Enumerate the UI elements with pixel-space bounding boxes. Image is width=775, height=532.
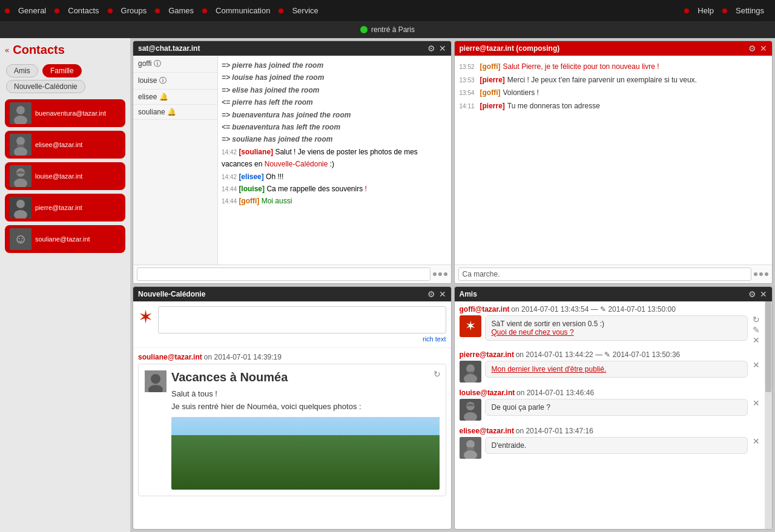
chat-msg-4: 14:44 [goffi] Moi aussi	[222, 195, 447, 207]
nav-games[interactable]: Games	[162, 4, 200, 18]
room-user-elisee[interactable]: elisee 🔔	[133, 90, 217, 105]
amis-bubble-row-goffi: ✶ SàT vient de sortir en version 0.5 :)Q…	[460, 315, 760, 344]
sys-msg-7: => souliane has joined the room	[222, 133, 447, 145]
room-user-louise[interactable]: louise ⓘ	[133, 73, 217, 90]
panel-nc-settings-icon[interactable]: ⚙	[427, 290, 435, 298]
amis-avatar-pierre	[460, 361, 481, 383]
pdot3	[765, 272, 768, 276]
nav-settings[interactable]: Settings	[730, 4, 770, 18]
amis-feed: goffi@tazar.int on 2014-07-01 13:43:54 —…	[455, 301, 765, 529]
amis-link-goffi[interactable]: Quoi de neuf chez vous ?	[492, 328, 574, 337]
amis-edit-goffi[interactable]: ✎	[753, 326, 760, 334]
amis-actions-goffi: ↻ ✎ ✕	[753, 315, 760, 344]
dot2	[438, 272, 442, 276]
svg-point-24	[466, 440, 475, 448]
amis-bubble-row-louise: De quoi ça parle ? ✕	[460, 399, 760, 421]
panel-pierre-close-icon[interactable]: ✕	[760, 44, 767, 53]
nc-compose-area: ✶ rich text	[133, 301, 451, 348]
panel-sat-input[interactable]	[137, 268, 430, 281]
nav-general[interactable]: General	[12, 4, 52, 18]
service-nav-dot	[279, 8, 283, 13]
amis-bubble-louise: De quoi ça parle ?	[485, 399, 748, 416]
amis-user-louise[interactable]: louise@tazar.int	[460, 389, 515, 397]
panel-pierre-messages: 13:52 [goffi] Salut Pierre, je te félici…	[455, 56, 773, 264]
games-nav-dot	[155, 8, 160, 13]
pm-msg-1: 13:52 [goffi] Salut Pierre, je te félici…	[460, 61, 768, 74]
nav-contacts[interactable]: Contacts	[62, 4, 105, 18]
contact-name-louise: louise@tazar.int	[35, 172, 82, 180]
amis-entry-louise: louise@tazar.int on 2014-07-01 13:46:46 …	[460, 389, 760, 421]
contact-souliane[interactable]: ☺ souliane@tazar.int	[5, 225, 125, 253]
panel-pierre-icons: ⚙ ✕	[748, 44, 767, 53]
panel-pierre-input[interactable]	[458, 268, 752, 281]
nav-communication[interactable]: Communication	[209, 4, 276, 18]
panel-nc-icons: ⚙ ✕	[427, 290, 446, 298]
dot1	[433, 272, 437, 276]
amis-bubble-row-pierre: Mon dernier livre vient d'être publié. ✕	[460, 361, 760, 383]
amis-delete-louise[interactable]: ✕	[753, 399, 760, 407]
panel-amis-close-icon[interactable]: ✕	[760, 290, 767, 298]
nc-feed: souliane@tazar.int on 2014-07-01 14:39:1…	[133, 348, 451, 529]
amis-user-pierre[interactable]: pierre@tazar.int	[460, 350, 514, 359]
communication-nav-dot	[202, 8, 207, 13]
amis-delete-goffi[interactable]: ✕	[753, 336, 760, 344]
group-btn-amis[interactable]: Amis	[6, 64, 38, 77]
panel-sat-header: sat@chat.tazar.int ⚙ ✕	[133, 41, 451, 56]
nav-service[interactable]: Service	[286, 4, 324, 18]
panel-sat-close-icon[interactable]: ✕	[439, 44, 446, 53]
panel-amis-title: Amis	[460, 290, 477, 298]
room-messages: => pierre has joined the room => louise …	[218, 56, 451, 264]
amis-actions-louise: ✕	[753, 399, 760, 407]
group-btn-famille[interactable]: Famille	[42, 64, 82, 77]
sys-msg-2: => louise has joined the room	[222, 71, 447, 84]
sys-msg-1: => pierre has joined the room	[222, 59, 447, 71]
group-btn-nc[interactable]: Nouvelle-Calédonie	[6, 80, 85, 93]
contact-pierre[interactable]: pierre@tazar.int	[5, 194, 125, 222]
amis-undo-goffi[interactable]: ↻	[753, 315, 760, 324]
panel-amis-settings-icon[interactable]: ⚙	[748, 290, 756, 298]
nc-compose-box: rich text	[158, 306, 446, 343]
sys-msg-3: => elise has joined the room	[222, 84, 447, 96]
panel-nc-header: Nouvelle-Calédonie ⚙ ✕	[133, 287, 451, 301]
settings-nav-dot	[722, 8, 727, 13]
panel-sat-settings-icon[interactable]: ⚙	[427, 44, 435, 53]
chat-msg-1: 14:42 [souliane] Salut ! Je viens de pos…	[222, 146, 447, 171]
amis-meta-louise: louise@tazar.int on 2014-07-01 13:46:46	[460, 389, 760, 397]
svg-rect-25	[467, 447, 474, 450]
contact-louise[interactable]: louise@tazar.int	[5, 162, 125, 190]
nc-feed-post: Vacances à Nouméa Salut à tous ! Je suis…	[138, 364, 446, 496]
status-indicator	[360, 26, 368, 33]
panel-nc-close-icon[interactable]: ✕	[439, 290, 446, 298]
amis-delete-pierre[interactable]: ✕	[753, 361, 760, 369]
svg-point-4	[16, 137, 25, 145]
panel-pierre-settings-icon[interactable]: ⚙	[748, 44, 756, 53]
avatar-buenaventura	[10, 102, 31, 124]
amis-scrollbar[interactable]	[765, 301, 772, 529]
sidebar-back-arrow[interactable]: «	[5, 45, 9, 54]
chat-msg-2: 14:42 [elisee] Oh !!!	[222, 171, 447, 183]
top-navigation: General Contacts Groups Games Communicat…	[0, 0, 775, 21]
contact-elisee[interactable]: elisee@tazar.int	[5, 131, 125, 159]
amis-link-pierre[interactable]: Mon dernier livre vient d'être publié.	[492, 365, 607, 373]
amis-delete-elisee[interactable]: ✕	[753, 437, 760, 445]
room-user-souliane[interactable]: souliane 🔔	[133, 105, 217, 120]
amis-meta-elisee: elisee@tazar.int on 2014-07-01 13:47:16	[460, 427, 760, 435]
nc-compose-textarea[interactable]	[158, 306, 446, 333]
amis-user-elisee[interactable]: elisee@tazar.int	[460, 427, 514, 435]
nc-feed-user-link[interactable]: souliane@tazar.int	[138, 353, 202, 361]
room-users-list: goffi ⓘ louise ⓘ elisee 🔔 souliane 🔔	[133, 56, 218, 264]
nc-feed-meta: souliane@tazar.int on 2014-07-01 14:39:1…	[138, 353, 446, 361]
chat-msg-3: 14:44 [louise] Ca me rappelle des souven…	[222, 183, 447, 195]
nav-help[interactable]: Help	[691, 4, 720, 18]
amis-user-goffi[interactable]: goffi@tazar.int	[460, 305, 510, 314]
avatar-elisee	[10, 134, 31, 156]
nc-rich-text-link[interactable]: rich text	[158, 335, 446, 343]
contact-name-pierre: pierre@tazar.int	[35, 204, 82, 211]
amis-entry-goffi: goffi@tazar.int on 2014-07-01 13:43:54 —…	[460, 305, 760, 344]
panel-nc: Nouvelle-Calédonie ⚙ ✕ ✶ rich text souli…	[133, 286, 452, 530]
room-user-goffi[interactable]: goffi ⓘ	[133, 56, 217, 73]
contact-buenaventura[interactable]: buenaventura@tazar.int	[5, 99, 125, 127]
nav-groups[interactable]: Groups	[115, 4, 153, 18]
nc-post-undo-icon[interactable]: ↻	[434, 369, 441, 379]
panel-sat: sat@chat.tazar.int ⚙ ✕ goffi ⓘ louise ⓘ …	[133, 41, 452, 284]
